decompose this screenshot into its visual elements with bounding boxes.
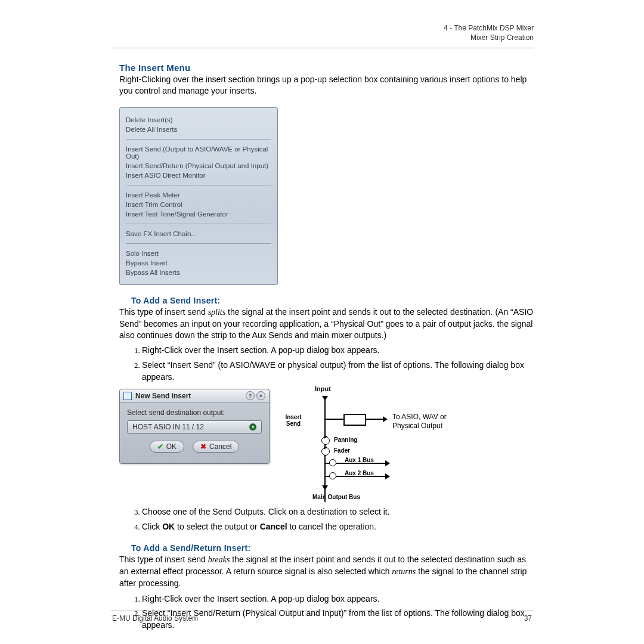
- diagram-line: [326, 419, 343, 420]
- diagram-label-aux2: Aux 2 Bus: [345, 470, 374, 476]
- cancel-label: Cancel: [209, 442, 231, 451]
- menu-item[interactable]: Insert Trim Control: [126, 200, 271, 209]
- fader-knob-icon: [321, 447, 330, 456]
- diagram-label-insert-send: Insert Send: [281, 414, 305, 427]
- panning-knob-icon: [321, 436, 330, 445]
- para-add-send-em: splits: [208, 308, 226, 317]
- help-icon[interactable]: ?: [246, 391, 255, 400]
- para-sr-em1: breaks: [208, 555, 230, 564]
- signal-flow-diagram: Input Insert Send To ASIO, WAV or Physic…: [283, 389, 473, 502]
- menu-separator: [126, 243, 271, 244]
- paragraph-add-send: This type of insert send splits the sign…: [119, 306, 534, 341]
- step: Select “Insert Send” (to ASIO/WAVE or ph…: [142, 359, 534, 383]
- section-title-add-send: To Add a Send Insert:: [131, 296, 534, 305]
- header-line2: Mixer Strip Creation: [444, 33, 534, 43]
- diagram-insert-box: [343, 414, 366, 426]
- diagram-label-main: Main Output Bus: [312, 494, 360, 500]
- step-post: to cancel the operation.: [287, 522, 376, 531]
- dialog-title: New Send Insert: [135, 392, 191, 400]
- diagram-line: [365, 419, 383, 420]
- menu-item[interactable]: Insert Send (Output to ASIO/WAVE or Phys…: [126, 144, 271, 161]
- step: Right-Click over the Insert section. A p…: [142, 593, 534, 605]
- arrow-icon: [383, 416, 388, 422]
- step-mid: to select the output or: [175, 522, 259, 531]
- menu-item[interactable]: Insert Peak Meter: [126, 190, 271, 200]
- diagram-label-aux1: Aux 1 Bus: [345, 457, 374, 463]
- menu-separator: [126, 139, 271, 140]
- select-value: HOST ASIO IN 11 / 12: [132, 423, 204, 431]
- page-number: 37: [524, 614, 532, 623]
- menu-separator: [126, 185, 271, 185]
- menu-item[interactable]: Insert Send/Return (Physical Output and …: [126, 161, 271, 171]
- diagram-label-fader: Fader: [334, 447, 350, 454]
- menu-item[interactable]: Insert Test-Tone/Signal Generator: [126, 209, 271, 219]
- header-line1: 4 - The PatchMix DSP Mixer: [444, 24, 534, 33]
- paragraph-add-send-return: This type of insert send breaks the sign…: [119, 554, 534, 589]
- arrow-icon: [385, 460, 390, 466]
- para-sr-pre: This type of insert send: [119, 555, 208, 564]
- menu-item[interactable]: Bypass Insert: [126, 258, 271, 268]
- ok-button[interactable]: ✔ OK: [150, 441, 184, 453]
- header-rule: [111, 48, 534, 48]
- aux-knob-icon: [329, 472, 336, 479]
- para-sr-em2: returns: [392, 567, 416, 576]
- steps-add-send-2: Choose one of the Send Outputs. Click on…: [130, 506, 534, 532]
- step: Click OK to select the output or Cancel …: [142, 521, 534, 532]
- menu-separator: [126, 224, 271, 224]
- close-icon[interactable]: ×: [256, 391, 265, 400]
- menu-item[interactable]: Insert ASIO Direct Monitor: [126, 171, 271, 180]
- page-header: 4 - The PatchMix DSP Mixer Mixer Strip C…: [444, 24, 534, 42]
- step-cancel: Cancel: [260, 522, 287, 531]
- cancel-button[interactable]: ✖ Cancel: [193, 441, 239, 453]
- step: Choose one of the Send Outputs. Click on…: [142, 506, 534, 518]
- menu-item[interactable]: Delete All Inserts: [126, 125, 271, 134]
- chevron-down-icon[interactable]: ▾: [249, 423, 256, 431]
- ok-label: OK: [166, 442, 177, 451]
- arrow-icon: [385, 473, 390, 479]
- send-destination-select[interactable]: HOST ASIO IN 11 / 12 ▾: [127, 420, 262, 434]
- insert-context-menu[interactable]: Delete Insert(s) Delete All Inserts Inse…: [119, 107, 278, 285]
- check-icon: ✔: [157, 442, 163, 451]
- section-title-insert-menu: The Insert Menu: [119, 63, 534, 73]
- menu-item[interactable]: Solo Insert: [126, 249, 271, 258]
- step-pre: Click: [142, 522, 162, 531]
- step: Right-Click over the Insert section. A p…: [142, 344, 534, 356]
- step-ok: OK: [162, 522, 175, 531]
- x-icon: ✖: [200, 442, 206, 451]
- dialog-app-icon: [123, 392, 132, 400]
- dialog-titlebar[interactable]: New Send Insert ? ×: [120, 389, 269, 402]
- section-title-add-send-return: To Add a Send/Return Insert:: [131, 543, 534, 553]
- new-send-insert-dialog: New Send Insert ? × Select send destinat…: [119, 389, 270, 464]
- diagram-label-panning: Panning: [334, 436, 357, 443]
- content-area: The Insert Menu Right-Clicking over the …: [119, 57, 534, 634]
- footer-left: E-MU Digital Audio System: [112, 614, 198, 623]
- steps-add-send-1: Right-Click over the Insert section. A p…: [130, 344, 534, 383]
- aux-knob-icon: [329, 459, 336, 466]
- menu-item[interactable]: Bypass All Inserts: [126, 268, 271, 277]
- steps-add-send-return: Right-Click over the Insert section. A p…: [130, 593, 534, 631]
- section-paragraph-insert-menu: Right-Clicking over the insert section b…: [119, 74, 534, 97]
- footer-rule: [111, 611, 534, 611]
- menu-item[interactable]: Delete Insert(s): [126, 115, 271, 125]
- para-add-send-pre: This type of insert send: [119, 307, 208, 317]
- diagram-label-input: Input: [315, 385, 331, 392]
- arrow-icon: [322, 485, 328, 490]
- diagram-label-output: To ASIO, WAV or Physical Output: [392, 413, 447, 430]
- menu-item[interactable]: Save FX Insert Chain...: [126, 229, 271, 239]
- dialog-field-label: Select send destination output:: [127, 408, 262, 417]
